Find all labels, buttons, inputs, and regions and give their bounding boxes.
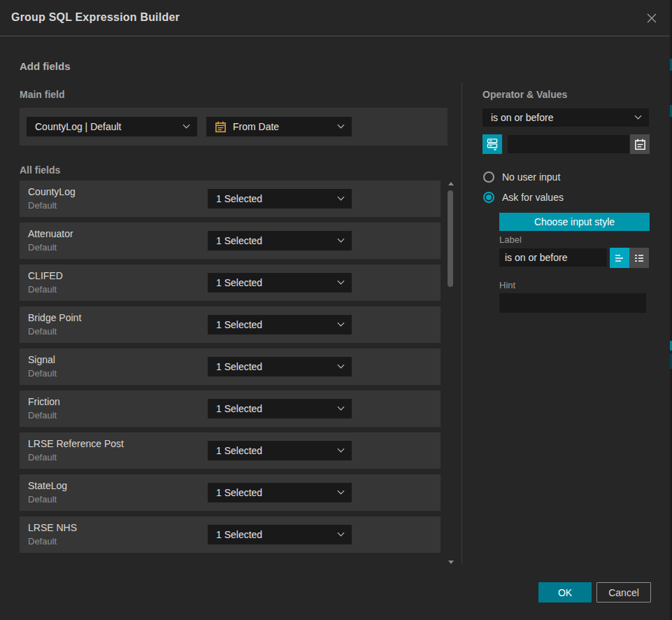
radio-label: Ask for values	[502, 192, 564, 203]
dialog-titlebar: Group SQL Expression Builder	[0, 0, 670, 36]
field-row: Signal Default 1 Selected	[20, 348, 441, 385]
field-sublabel: Default	[28, 410, 57, 421]
field-values-select[interactable]: 1 Selected	[208, 525, 352, 544]
field-values-select-value: 1 Selected	[216, 193, 262, 204]
date-value-input[interactable]	[508, 135, 629, 153]
radio-circle-icon	[483, 171, 494, 183]
field-sublabel: Default	[28, 494, 57, 505]
field-row: StateLog Default 1 Selected	[20, 474, 441, 511]
field-values-select-value: 1 Selected	[216, 529, 262, 540]
label-caption: Label	[499, 234, 522, 245]
field-sublabel: Default	[28, 368, 57, 379]
main-field-date-select[interactable]: From Date	[206, 117, 352, 136]
operator-values-heading: Operator & Values	[482, 89, 567, 100]
field-row: LRSE Reference Post Default 1 Selected	[20, 432, 441, 469]
stacked-values-icon	[486, 138, 499, 151]
add-fields-heading: Add fields	[20, 60, 71, 72]
chevron-down-icon	[338, 122, 345, 129]
field-row: Bridge Point Default 1 Selected	[20, 307, 441, 343]
radio-ask-for-values[interactable]: Ask for values	[483, 192, 564, 203]
field-name: CLIFED	[28, 270, 63, 281]
radio-label: No user input	[502, 171, 560, 183]
field-values-select-value: 1 Selected	[216, 361, 262, 372]
operator-select-value: is on or before	[491, 112, 554, 123]
field-values-select-value: 1 Selected	[216, 277, 262, 288]
radio-circle-selected-icon	[483, 192, 494, 203]
chevron-down-icon	[183, 122, 190, 129]
chevron-down-icon	[338, 488, 345, 495]
align-left-icon	[614, 253, 625, 264]
field-values-select[interactable]: 1 Selected	[208, 273, 352, 293]
calendar-icon	[634, 139, 646, 150]
chevron-down-icon	[338, 446, 345, 453]
unique-values-button[interactable]	[482, 134, 502, 154]
scroll-down-icon[interactable]	[448, 561, 454, 564]
field-name: LRSE Reference Post	[28, 438, 124, 449]
cancel-button[interactable]: Cancel	[596, 582, 651, 603]
field-name: LRSE NHS	[28, 522, 77, 533]
main-field-heading: Main field	[20, 89, 65, 100]
chevron-down-icon	[338, 194, 345, 201]
field-sublabel: Default	[28, 284, 57, 295]
operator-select[interactable]: is on or before	[482, 108, 649, 127]
close-icon[interactable]	[645, 11, 659, 25]
input-style-text-button[interactable]	[610, 248, 629, 268]
close-x-glyph	[646, 13, 657, 24]
radio-no-user-input[interactable]: No user input	[483, 171, 560, 183]
main-field-layer-select[interactable]: CountyLog | Default	[27, 117, 197, 136]
hint-caption: Hint	[499, 280, 515, 290]
scroll-up-icon[interactable]	[448, 182, 454, 185]
chevron-down-icon	[338, 530, 345, 537]
field-name: Signal	[28, 354, 55, 365]
field-name: CountyLog	[28, 186, 76, 197]
field-values-select[interactable]: 1 Selected	[208, 315, 352, 334]
field-values-select[interactable]: 1 Selected	[208, 189, 352, 209]
field-values-select-value: 1 Selected	[216, 319, 262, 330]
date-picker-button[interactable]	[630, 134, 650, 154]
panel-divider	[462, 83, 462, 564]
scrollbar-thumb[interactable]	[448, 190, 453, 287]
field-values-select[interactable]: 1 Selected	[208, 231, 352, 251]
field-name: StateLog	[28, 480, 67, 491]
field-sublabel: Default	[28, 536, 57, 547]
dialog-title: Group SQL Expression Builder	[11, 11, 180, 24]
label-input[interactable]	[499, 248, 607, 267]
field-row: CLIFED Default 1 Selected	[20, 265, 441, 301]
field-values-select[interactable]: 1 Selected	[208, 399, 352, 418]
field-sublabel: Default	[28, 452, 57, 463]
field-row: LRSE NHS Default 1 Selected	[20, 516, 441, 553]
field-name: Bridge Point	[28, 312, 81, 323]
field-values-select-value: 1 Selected	[216, 403, 262, 414]
chevron-down-icon	[338, 278, 345, 285]
field-values-select-value: 1 Selected	[216, 487, 262, 498]
field-sublabel: Default	[28, 326, 57, 337]
chevron-down-icon	[338, 320, 345, 327]
input-style-list-button[interactable]	[629, 248, 649, 268]
choose-input-style-button[interactable]: Choose input style	[499, 213, 650, 231]
field-values-select[interactable]: 1 Selected	[208, 483, 352, 502]
group-sql-expression-builder-dialog: { "dialog": { "title": "Group SQL Expres…	[0, 0, 672, 620]
chevron-down-icon	[338, 362, 345, 369]
chevron-down-icon	[338, 236, 345, 243]
all-fields-list: CountyLog Default 1 Selected Attenuator …	[20, 181, 441, 558]
chevron-down-icon	[338, 404, 345, 411]
ok-button[interactable]: OK	[538, 582, 592, 603]
field-row: Friction Default 1 Selected	[20, 390, 441, 427]
calendar-icon	[215, 121, 227, 133]
main-field-layer-select-value: CountyLog | Default	[35, 121, 122, 132]
fields-list-scrollbar[interactable]	[447, 181, 455, 565]
field-values-select[interactable]: 1 Selected	[208, 357, 352, 376]
field-values-select-value: 1 Selected	[216, 445, 262, 456]
field-row: CountyLog Default 1 Selected	[20, 181, 441, 217]
main-field-container: CountyLog | Default From Date	[20, 108, 448, 146]
field-values-select[interactable]: 1 Selected	[208, 441, 352, 460]
field-sublabel: Default	[28, 242, 57, 253]
field-values-select-value: 1 Selected	[216, 235, 262, 246]
field-sublabel: Default	[28, 200, 57, 211]
all-fields-heading: All fields	[20, 164, 60, 176]
field-name: Attenuator	[28, 228, 73, 239]
field-row: Attenuator Default 1 Selected	[20, 223, 441, 259]
hint-input[interactable]	[499, 293, 646, 313]
chevron-down-icon	[635, 113, 642, 120]
list-icon	[634, 253, 645, 264]
